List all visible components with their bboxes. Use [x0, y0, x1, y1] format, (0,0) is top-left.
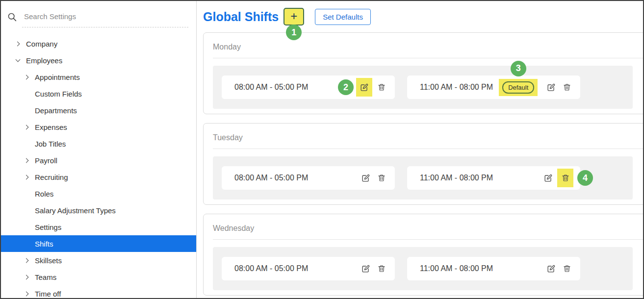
trash-icon: [561, 174, 570, 182]
sidebar-item-roles[interactable]: Roles: [1, 185, 196, 202]
shift-card: 11:00 AM - 08:00 PM: [407, 166, 580, 190]
delete-shift-button[interactable]: [375, 260, 388, 277]
edit-shift-button[interactable]: [359, 260, 372, 277]
trash-icon: [377, 174, 386, 182]
shift-time: 08:00 AM - 05:00 PM: [234, 174, 308, 182]
sidebar-item-label: Skillsets: [35, 256, 62, 265]
sidebar-item-label: Recruiting: [35, 173, 68, 181]
sidebar-item-label: Time off: [35, 290, 61, 298]
settings-nav: Company Employees Appointments Custom Fi…: [1, 35, 196, 299]
sidebar-item-company[interactable]: Company: [1, 35, 196, 52]
annotation-step-4: 4: [577, 170, 593, 186]
delete-shift-button[interactable]: [560, 260, 573, 277]
sidebar-item-employees[interactable]: Employees: [1, 52, 196, 69]
trash-icon: [563, 264, 571, 273]
shift-time: 08:00 AM - 05:00 PM: [234, 264, 308, 273]
delete-shift-button[interactable]: [375, 78, 388, 96]
shift-time: 11:00 AM - 08:00 PM: [420, 264, 493, 273]
day-card-wednesday: Wednesday 08:00 AM - 05:00 PM: [203, 214, 644, 296]
sidebar-item-salary-adjustment-types[interactable]: Salary Adjustment Types: [1, 202, 196, 219]
sidebar-item-label: Custom Fields: [35, 90, 82, 98]
edit-pencil-icon: [543, 174, 553, 183]
chevron-right-icon: [24, 125, 28, 129]
annotation-step-1: 1: [286, 25, 302, 40]
set-defaults-button[interactable]: Set Defaults: [315, 9, 371, 25]
day-label: Wednesday: [204, 214, 644, 239]
sidebar-item-appointments[interactable]: Appointments: [1, 69, 196, 85]
shift-panel: 08:00 AM - 05:00 PM 2: [213, 66, 633, 109]
edit-shift-button[interactable]: [544, 260, 558, 277]
sidebar-item-teams[interactable]: Teams: [1, 269, 196, 285]
sidebar-item-label: Roles: [35, 190, 53, 198]
shift-panel: 08:00 AM - 05:00 PM: [213, 247, 633, 290]
edit-shift-button[interactable]: [541, 169, 555, 187]
shift-card: 11:00 AM - 08:00 PM Default 3: [407, 75, 580, 99]
edit-shift-button[interactable]: [544, 78, 558, 96]
chevron-right-icon: [24, 174, 28, 179]
chevron-right-icon: [24, 291, 28, 296]
search-input[interactable]: [22, 11, 188, 27]
sidebar-item-payroll[interactable]: Payroll: [1, 152, 196, 169]
delete-shift-button[interactable]: [560, 78, 573, 96]
trash-icon: [377, 83, 386, 92]
search-row: [1, 7, 196, 27]
chevron-right-icon: [24, 274, 28, 279]
delete-shift-button[interactable]: [557, 169, 573, 187]
sidebar-item-label: Shifts: [35, 240, 53, 248]
shift-time: 11:00 AM - 08:00 PM: [420, 83, 493, 92]
sidebar-item-custom-fields[interactable]: Custom Fields: [1, 85, 196, 102]
divider: [213, 149, 644, 149]
sidebar-item-job-titles[interactable]: Job Titles: [1, 135, 196, 152]
edit-pencil-icon: [546, 83, 556, 92]
search-icon: [7, 12, 17, 24]
chevron-right-icon: [24, 258, 28, 263]
edit-pencil-icon: [546, 264, 556, 274]
settings-sidebar: Company Employees Appointments Custom Fi…: [1, 1, 197, 298]
divider: [213, 58, 644, 58]
chevron-right-icon: [24, 158, 28, 163]
shift-card: 11:00 AM - 08:00 PM: [407, 257, 580, 280]
default-badge-highlight: Default 3: [499, 79, 538, 96]
edit-pencil-icon: [360, 83, 369, 92]
trash-icon: [377, 264, 386, 273]
chevron-right-icon: [15, 41, 20, 46]
page-title: Global Shifts: [203, 10, 279, 24]
sidebar-item-skillsets[interactable]: Skillsets: [1, 252, 196, 269]
sidebar-item-label: Expenses: [35, 123, 67, 131]
app-window: Company Employees Appointments Custom Fi…: [0, 0, 644, 299]
annotation-step-3: 3: [511, 61, 526, 76]
sidebar-item-label: Job Titles: [35, 140, 66, 148]
sidebar-item-label: Company: [26, 40, 57, 48]
plus-icon: +: [290, 10, 297, 22]
edit-shift-button[interactable]: [359, 169, 372, 187]
delete-shift-button[interactable]: [375, 169, 388, 187]
edit-shift-button[interactable]: [356, 78, 372, 97]
sidebar-item-label: Payroll: [35, 156, 57, 165]
day-label: Monday: [204, 33, 644, 58]
page-header: Global Shifts + 1 Set Defaults: [203, 7, 643, 26]
sidebar-item-shifts[interactable]: Shifts: [1, 235, 196, 252]
sidebar-item-settings[interactable]: Settings: [1, 219, 196, 235]
divider: [213, 239, 644, 240]
sidebar-item-expenses[interactable]: Expenses: [1, 119, 196, 135]
global-shifts-page: Global Shifts + 1 Set Defaults Monday 08…: [197, 1, 643, 298]
trash-icon: [563, 83, 571, 92]
chevron-down-icon: [15, 57, 20, 62]
shift-time: 08:00 AM - 05:00 PM: [234, 83, 308, 92]
sidebar-item-label: Departments: [35, 106, 77, 115]
add-shift-button[interactable]: +: [283, 8, 304, 25]
sidebar-item-label: Settings: [35, 223, 61, 231]
shift-card: 08:00 AM - 05:00 PM: [222, 166, 395, 190]
sidebar-item-time-off[interactable]: Time off: [1, 285, 196, 299]
shift-card: 08:00 AM - 05:00 PM: [222, 257, 395, 280]
sidebar-item-label: Appointments: [35, 73, 80, 81]
day-card-monday: Monday 08:00 AM - 05:00 PM 2: [203, 32, 644, 114]
annotation-step-2: 2: [338, 79, 354, 95]
sidebar-item-departments[interactable]: Departments: [1, 102, 196, 119]
add-shift-wrap: + 1: [283, 8, 304, 25]
sidebar-item-label: Salary Adjustment Types: [35, 206, 116, 215]
sidebar-item-recruiting[interactable]: Recruiting: [1, 169, 196, 185]
edit-pencil-icon: [361, 264, 370, 274]
shift-card: 08:00 AM - 05:00 PM 2: [222, 75, 395, 99]
default-badge: Default: [502, 81, 534, 94]
